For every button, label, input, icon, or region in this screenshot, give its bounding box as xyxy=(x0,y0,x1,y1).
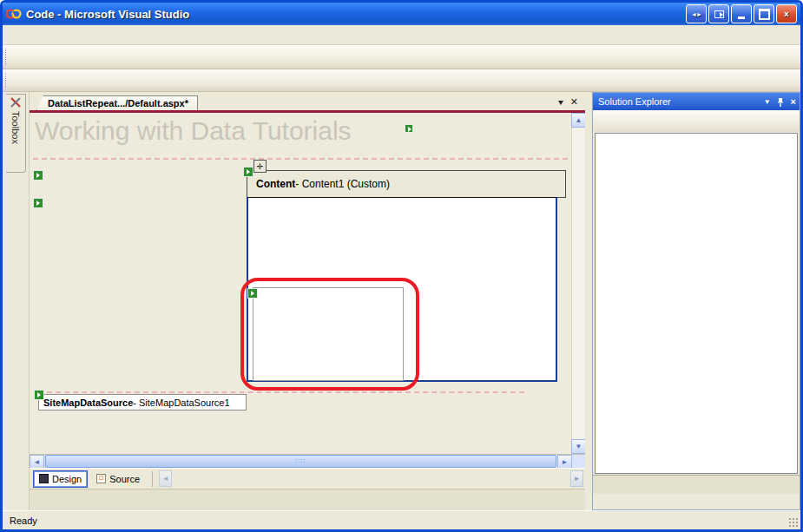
design-view-button[interactable]: Design xyxy=(33,470,88,488)
divider-dashed xyxy=(38,391,524,393)
panel-splitter[interactable] xyxy=(585,92,592,510)
solution-explorer-title-bar[interactable]: Solution Explorer ▼ × xyxy=(593,93,800,110)
scroll-up-icon[interactable]: ▲ xyxy=(571,113,585,128)
content-smart-tag-icon[interactable] xyxy=(243,167,253,177)
maximize-button[interactable] xyxy=(754,4,774,23)
float-window-button[interactable] xyxy=(708,4,729,23)
visual-studio-logo-icon xyxy=(6,7,22,21)
bottom-panel-tabs xyxy=(30,489,585,510)
sitemapdatasource-smart-tag-icon[interactable] xyxy=(34,390,44,400)
tab-list-chevron-down-icon[interactable] xyxy=(558,101,563,108)
vs-window: Code - Microsoft Visual Studio ◄► × Tool… xyxy=(0,0,803,532)
source-view-icon: ⊡ xyxy=(96,474,106,483)
panel-footer xyxy=(593,494,800,509)
status-bar: Ready xyxy=(3,510,800,529)
chevron-down-icon[interactable]: ▼ xyxy=(764,98,771,106)
minimize-button[interactable] xyxy=(731,4,752,23)
databound-list[interactable] xyxy=(253,287,404,381)
document-tab-strip: DataListRepeat.../Default.aspx* ✕ xyxy=(30,92,585,113)
close-document-icon[interactable]: ✕ xyxy=(570,96,578,108)
solution-explorer-title: Solution Explorer xyxy=(598,96,671,107)
left-tool-strip: Toolbox xyxy=(3,92,30,510)
menu-smart-tag-icon[interactable] xyxy=(33,198,43,208)
view-and-tag-bar: Design ⊡ Source ◄ ► xyxy=(30,468,585,489)
content-control-info: - Content1 (Custom) xyxy=(295,178,390,190)
content-control-name: Content xyxy=(256,178,295,190)
close-button[interactable]: × xyxy=(776,4,797,23)
design-view-icon xyxy=(39,474,49,483)
solution-explorer-toolbar xyxy=(593,110,800,132)
title-bar[interactable]: Code - Microsoft Visual Studio ◄► × xyxy=(3,3,800,25)
menu-bar xyxy=(3,25,800,45)
window-title: Code - Microsoft Visual Studio xyxy=(26,8,189,21)
tag-scroll-right-icon[interactable]: ► xyxy=(570,470,583,487)
scrollbar-thumb[interactable]: ∷∷ xyxy=(45,455,556,468)
move-handle-icon[interactable]: ✛ xyxy=(253,160,267,173)
pin-icon[interactable] xyxy=(777,97,785,107)
sitemapdatasource-control[interactable]: SiteMapDataSource - SiteMapDataSource1 xyxy=(38,394,247,410)
document-tab[interactable]: DataListRepeat.../Default.aspx* xyxy=(36,95,198,110)
divider-dashed xyxy=(33,158,568,160)
toolbox-tab[interactable]: Toolbox xyxy=(6,94,26,173)
status-text: Ready xyxy=(10,516,37,526)
menu-smart-tag-icon[interactable] xyxy=(33,170,43,181)
scroll-down-icon[interactable]: ▼ xyxy=(571,439,585,454)
context-arrows-button[interactable]: ◄► xyxy=(686,4,707,23)
solution-explorer-panel: Solution Explorer ▼ × xyxy=(592,92,800,510)
toolbox-tab-label: Toolbox xyxy=(10,111,21,144)
standard-toolbar xyxy=(3,45,800,69)
master-page-title: Working with Data Tutorials xyxy=(35,116,352,146)
sitemapdatasource-type: SiteMapDataSource xyxy=(43,397,133,408)
source-view-button[interactable]: ⊡ Source xyxy=(90,470,146,488)
sitemappath-smart-tag-icon[interactable] xyxy=(405,124,413,133)
design-surface[interactable]: Working with Data Tutorials ✛ Content - … xyxy=(30,113,585,454)
bulletedlist-smart-tag-icon[interactable] xyxy=(247,288,258,299)
resize-grip[interactable] xyxy=(788,517,799,528)
solution-tree xyxy=(595,133,798,474)
tools-icon xyxy=(10,97,21,108)
horizontal-scrollbar[interactable]: ◄ ∷∷ ► xyxy=(30,454,585,468)
content-placeholder-header[interactable]: Content - Content1 (Custom) xyxy=(247,170,566,198)
formatting-toolbar xyxy=(3,69,800,92)
scrollbar-corner xyxy=(572,455,585,468)
tag-scroll-left-icon[interactable]: ◄ xyxy=(159,470,172,487)
sitemapdatasource-id: - SiteMapDataSource1 xyxy=(133,397,229,408)
tool-window-tabs xyxy=(593,475,800,494)
vertical-scrollbar[interactable]: ▲ ▼ xyxy=(571,113,585,454)
close-icon[interactable]: × xyxy=(791,96,796,107)
